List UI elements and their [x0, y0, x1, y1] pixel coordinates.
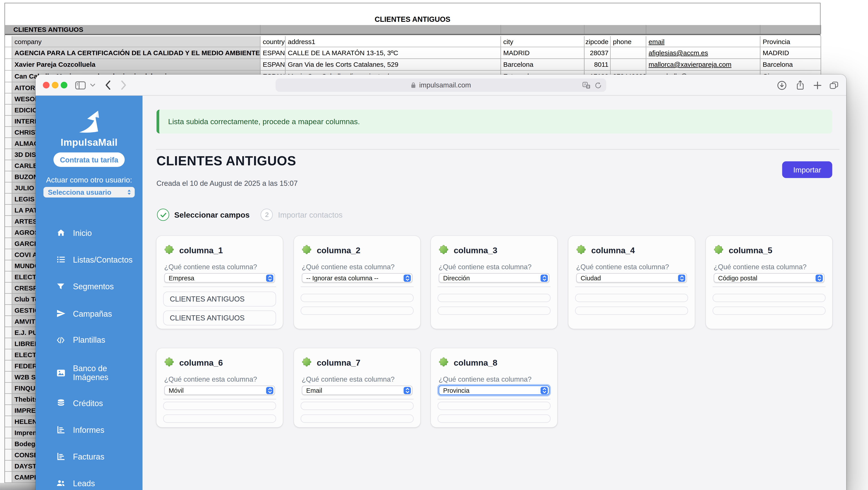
- desktop-shadow: [0, 483, 36, 490]
- table-cell-zip: 8011: [585, 59, 611, 71]
- screenshot-stage: CLIENTES ANTIGUOS CLIENTES ANTIGUOS comp…: [0, 0, 868, 490]
- home-icon: [54, 228, 67, 238]
- puzzle-icon: [164, 245, 174, 255]
- table-cell-a: [5, 371, 12, 383]
- merged-header-segment: [585, 25, 646, 34]
- sidebar-item-campa-as[interactable]: Campañas: [54, 309, 112, 319]
- sidebar-item-leads[interactable]: Leads: [54, 479, 95, 488]
- table-cell-a: [5, 183, 12, 194]
- coins-icon: [54, 398, 67, 408]
- fullscreen-window-button[interactable]: [61, 82, 67, 89]
- minimize-window-button[interactable]: [52, 82, 59, 89]
- sample-empty-box: [438, 415, 551, 423]
- step-2-label: Importar contactos: [278, 210, 343, 219]
- table-row: Xavier Pareja CozcolluelaESPANAGran Via …: [5, 59, 821, 71]
- sidebar-item-cr-ditos[interactable]: Créditos: [54, 398, 103, 408]
- column-mapping-select[interactable]: Provincia: [439, 386, 550, 395]
- table-cell-a: [5, 450, 12, 461]
- chart-icon: [54, 425, 67, 434]
- column-mapping-select[interactable]: -- Ignorar esta columna --: [302, 273, 413, 283]
- back-button[interactable]: [105, 74, 111, 96]
- merged-header-segment: [501, 25, 585, 34]
- column-card-title: columna_6: [179, 357, 223, 368]
- table-cell-a: [5, 283, 12, 294]
- table-cell-a: [5, 194, 12, 205]
- column-mapping-select[interactable]: Ciudad: [576, 273, 687, 283]
- sidebar-toggle-icon[interactable]: [75, 74, 86, 96]
- table-cell-city: MADRID: [501, 47, 585, 59]
- app-sidebar: ImpulsaMail Contrata tu tarifa Actuar co…: [36, 96, 143, 490]
- select-value: -- Ignorar esta columna --: [306, 274, 412, 281]
- header-divider: [156, 149, 839, 150]
- select-divider: [301, 399, 414, 400]
- table-cell-a: [5, 316, 12, 327]
- sidebar-item-listas-contactos[interactable]: Listas/Contactos: [54, 255, 133, 264]
- merged-header-segment: [761, 25, 821, 34]
- table-cell-a: [5, 171, 12, 183]
- column-mapping-select[interactable]: Dirección: [439, 273, 550, 283]
- sidebar-item-label: Informes: [73, 425, 104, 434]
- table-cell-a: [5, 36, 12, 47]
- table-cell-a: [5, 71, 12, 83]
- select-stepper-icon: [266, 387, 274, 394]
- puzzle-icon: [164, 357, 174, 367]
- sidebar-item-inicio[interactable]: Inicio: [54, 228, 92, 238]
- column-mapping-select[interactable]: Código postal: [714, 273, 825, 283]
- column-question-label: ¿Qué contiene esta columna?: [714, 263, 807, 271]
- column-mapping-select[interactable]: Empresa: [164, 273, 275, 283]
- select-value: Dirección: [443, 274, 549, 281]
- sample-value: CLIENTES ANTIGUOS: [163, 311, 276, 326]
- new-tab-button[interactable]: [813, 74, 822, 96]
- select-stepper-icon: [404, 387, 411, 394]
- sample-empty-box: [163, 415, 276, 423]
- contrata-tarifa-button[interactable]: Contrata tu tarifa: [54, 153, 125, 167]
- select-stepper-icon: [678, 274, 685, 282]
- chevron-down-icon[interactable]: [90, 74, 95, 96]
- paper-plane-icon: [54, 309, 67, 319]
- table-cell-a: [5, 205, 12, 216]
- column-card-columna_2: columna_2¿Qué contiene esta columna?-- I…: [294, 236, 421, 329]
- step-2-number: 2: [261, 209, 273, 221]
- reload-icon[interactable]: [594, 78, 602, 92]
- table-cell-a: [5, 394, 12, 405]
- sidebar-item-label: Plantillas: [73, 335, 105, 345]
- sidebar-item-segmentos[interactable]: Segmentos: [54, 282, 114, 291]
- sample-empty-box: [575, 307, 688, 315]
- sidebar-item-banco-de-im-genes[interactable]: Banco de Imágenes: [54, 364, 108, 382]
- downloads-button[interactable]: [777, 74, 787, 96]
- user-select[interactable]: Selecciona usuario: [43, 187, 135, 198]
- column-mapping-select[interactable]: Email: [302, 386, 413, 395]
- table-cell-email: afiglesias@accm.es: [646, 47, 761, 59]
- select-divider: [163, 287, 276, 287]
- table-cell-country: ESPANA: [260, 47, 286, 59]
- svg-text:A: A: [584, 82, 586, 86]
- sidebar-item-facturas[interactable]: Facturas: [54, 452, 104, 461]
- column-mapping-select[interactable]: Móvil: [164, 386, 275, 395]
- spreadsheet-page-title: CLIENTES ANTIGUOS: [5, 15, 820, 24]
- table-cell-city: Barcelona: [501, 59, 585, 71]
- select-divider: [713, 287, 826, 287]
- browser-titlebar: impulsamail.com A: [36, 74, 846, 96]
- table-cell-phone: [611, 47, 646, 59]
- sidebar-item-plantillas[interactable]: Plantillas: [54, 335, 105, 345]
- table-cell-address: CALLE DE LA MARATÓN 13-15, 3ºC: [286, 47, 501, 59]
- address-bar[interactable]: impulsamail.com A: [276, 78, 606, 92]
- close-window-button[interactable]: [43, 82, 50, 89]
- sample-empty-box: [301, 415, 414, 423]
- select-value: Móvil: [169, 387, 275, 394]
- share-button[interactable]: [796, 74, 805, 96]
- puzzle-icon: [439, 245, 449, 255]
- puzzle-icon: [714, 245, 724, 255]
- tab-overview-button[interactable]: [830, 74, 838, 96]
- table-cell-a: [5, 461, 12, 472]
- table-cell-company: AGENCIA PARA LA CERTIFICACIÓN DE LA CALI…: [12, 47, 260, 59]
- sidebar-item-label: Segmentos: [73, 282, 114, 291]
- table-cell-city: city: [501, 36, 585, 47]
- forward-button[interactable]: [121, 74, 127, 96]
- sidebar-item-informes[interactable]: Informes: [54, 425, 104, 434]
- translate-icon[interactable]: A: [582, 78, 591, 92]
- table-cell-company: company: [12, 36, 260, 47]
- importar-button[interactable]: Importar: [782, 161, 832, 178]
- table-cell-a: [5, 59, 12, 71]
- column-card-title: columna_1: [179, 245, 223, 256]
